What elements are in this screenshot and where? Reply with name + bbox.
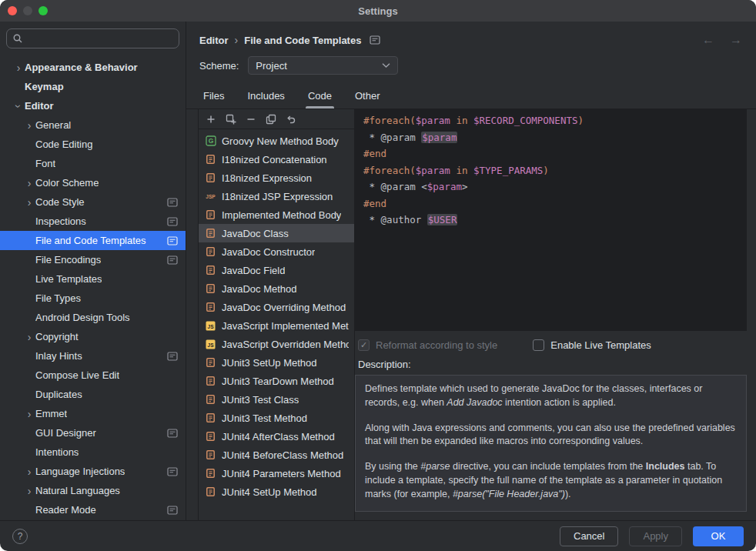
dialog-footer: ? Cancel Apply OK: [0, 520, 756, 551]
duplicate-template-button[interactable]: [262, 112, 279, 127]
sidebar-item-file-types[interactable]: File Types: [0, 289, 186, 308]
template-item-javadoc-overriding-method[interactable]: JavaDoc Overriding Method: [199, 298, 354, 316]
template-item-groovy-new-method-body[interactable]: GGroovy New Method Body: [199, 132, 354, 150]
template-item-junit3-setup-method[interactable]: JUnit3 SetUp Method: [199, 353, 354, 372]
template-item-junit3-test-class[interactable]: JUnit3 Test Class: [199, 390, 354, 409]
chevron-right-icon[interactable]: ›: [12, 62, 25, 73]
sidebar-item-natural-languages[interactable]: ›Natural Languages: [0, 481, 186, 500]
sidebar-item-file-encodings[interactable]: File Encodings: [0, 250, 186, 269]
code-line: #foreach($param in $RECORD_COMPONENTS): [363, 115, 738, 132]
forward-button[interactable]: →: [730, 33, 742, 47]
sidebar-item-label: Reader Mode: [35, 504, 96, 516]
sidebar-item-general[interactable]: ›General: [0, 115, 186, 135]
template-item-junit4-beforeclass-method[interactable]: JUnit4 BeforeClass Method: [199, 446, 354, 464]
sidebar-item-label: Editor: [25, 100, 54, 112]
chevron-right-icon[interactable]: ›: [23, 197, 35, 208]
chevron-right-icon[interactable]: ›: [23, 332, 35, 342]
sidebar-item-language-injections[interactable]: ›Language Injections: [0, 462, 186, 481]
tab-includes[interactable]: Includes: [241, 85, 290, 109]
template-item-i18nized-expression[interactable]: I18nized Expression: [199, 169, 354, 187]
minimize-button: [23, 6, 32, 15]
live-templates-checkbox[interactable]: Enable Live Templates: [533, 339, 651, 351]
chevron-down-icon[interactable]: ›: [13, 100, 24, 112]
breadcrumb-editor[interactable]: Editor: [199, 35, 229, 46]
sidebar-item-code-style[interactable]: ›Code Style: [0, 192, 186, 212]
zoom-button[interactable]: [38, 6, 48, 15]
template-item-junit3-test-method[interactable]: JUnit3 Test Method: [199, 409, 354, 427]
template-item-junit3-teardown-method[interactable]: JUnit3 TearDown Method: [199, 372, 354, 390]
template-item-i18nized-concatenation[interactable]: I18nized Concatenation: [199, 150, 354, 169]
sidebar-item-copyright[interactable]: ›Copyright: [0, 327, 186, 346]
sidebar-item-intentions[interactable]: Intentions: [0, 442, 186, 462]
groovy-file-icon: G: [204, 135, 217, 146]
titlebar: Settings: [0, 0, 756, 22]
svg-text:G: G: [208, 137, 213, 145]
tab-files[interactable]: Files: [197, 85, 230, 109]
template-item-javadoc-field[interactable]: JavaDoc Field: [199, 261, 354, 279]
template-tabs: FilesIncludesCodeOther: [186, 85, 756, 109]
template-item-label: JUnit3 SetUp Method: [222, 357, 317, 369]
tab-other[interactable]: Other: [349, 85, 386, 109]
sidebar-item-file-and-code-templates[interactable]: File and Code Templates: [0, 231, 186, 250]
help-icon: ?: [18, 531, 23, 542]
template-item-junit4-setup-method[interactable]: JUnit4 SetUp Method: [199, 483, 354, 501]
description-box: Defines template which used to generate …: [355, 375, 747, 512]
sidebar-item-color-scheme[interactable]: ›Color Scheme: [0, 173, 186, 192]
sidebar-item-keymap[interactable]: Keymap: [0, 77, 186, 96]
template-file-icon: [204, 431, 217, 442]
js-file-icon: JS: [204, 339, 217, 349]
template-file-icon: [204, 228, 217, 239]
sidebar-item-font[interactable]: Font: [0, 154, 186, 173]
sidebar-item-code-editing[interactable]: Code Editing: [0, 135, 186, 154]
scheme-select[interactable]: Project: [248, 56, 398, 75]
sidebar-item-appearance-behavior[interactable]: ›Appearance & Behavior: [0, 58, 186, 77]
apply-button[interactable]: Apply: [629, 526, 682, 546]
template-item-junit4-parameters-method[interactable]: JUnit4 Parameters Method: [199, 464, 354, 483]
template-item-implemented-method-body[interactable]: Implemented Method Body: [199, 205, 354, 224]
chevron-right-icon[interactable]: ›: [23, 486, 35, 496]
add-template-button[interactable]: [202, 112, 219, 127]
reset-to-default-button[interactable]: [282, 112, 299, 127]
settings-page-icon: [167, 506, 178, 515]
ok-button[interactable]: OK: [693, 526, 744, 546]
template-item-label: I18nized Concatenation: [222, 154, 327, 165]
search-field[interactable]: [6, 28, 179, 48]
settings-search-input[interactable]: [27, 33, 173, 45]
sidebar-item-duplicates[interactable]: Duplicates: [0, 385, 186, 404]
sidebar-item-reader-mode[interactable]: Reader Mode: [0, 500, 186, 519]
template-item-javascript-implemented-met[interactable]: JSJavaScript Implemented Met: [199, 316, 354, 335]
template-item-junit4-afterclass-method[interactable]: JUnit4 AfterClass Method: [199, 427, 354, 446]
template-item-javadoc-method[interactable]: JavaDoc Method: [199, 279, 354, 298]
sidebar-item-label: Android Design Tools: [35, 312, 130, 323]
template-code-editor[interactable]: #foreach($param in $RECORD_COMPONENTS) *…: [355, 109, 747, 331]
cancel-button[interactable]: Cancel: [560, 526, 618, 546]
sidebar-item-emmet[interactable]: ›Emmet: [0, 404, 186, 423]
chevron-right-icon[interactable]: ›: [23, 178, 35, 189]
sidebar-item-android-design-tools[interactable]: Android Design Tools: [0, 308, 186, 327]
sidebar-item-gui-designer[interactable]: GUI Designer: [0, 423, 186, 442]
sidebar-item-live-templates[interactable]: Live Templates: [0, 269, 186, 289]
back-button[interactable]: ←: [702, 33, 714, 47]
template-item-javascript-overridden-metho[interactable]: JSJavaScript Overridden Metho: [199, 335, 354, 353]
chevron-right-icon[interactable]: ›: [23, 120, 35, 131]
template-file-icon: [204, 394, 217, 405]
template-item-i18nized-jsp-expression[interactable]: JSPI18nized JSP Expression: [199, 187, 354, 205]
page-title: File and Code Templates: [244, 35, 361, 46]
sidebar-item-inspections[interactable]: Inspections: [0, 212, 186, 231]
remove-template-button[interactable]: [242, 112, 259, 127]
close-button[interactable]: [8, 6, 17, 15]
tab-code[interactable]: Code: [302, 85, 338, 109]
chevron-right-icon[interactable]: ›: [23, 409, 35, 419]
sidebar-item-editor[interactable]: ›Editor: [0, 96, 186, 115]
sidebar-item-inlay-hints[interactable]: Inlay Hints: [0, 346, 186, 366]
template-item-javadoc-constructor[interactable]: JavaDoc Constructor: [199, 242, 354, 261]
chevron-right-icon[interactable]: ›: [23, 466, 35, 477]
template-list-pane: GGroovy New Method BodyI18nized Concaten…: [198, 109, 355, 520]
template-item-javadoc-class[interactable]: JavaDoc Class: [199, 224, 354, 242]
template-file-icon: [204, 376, 217, 386]
create-child-template-button[interactable]: [222, 112, 239, 127]
template-file-icon: [204, 357, 217, 368]
help-button[interactable]: ?: [12, 529, 28, 544]
sidebar-item-compose-live-edit[interactable]: Compose Live Edit: [0, 366, 186, 385]
live-templates-checkbox-box[interactable]: [533, 339, 544, 351]
